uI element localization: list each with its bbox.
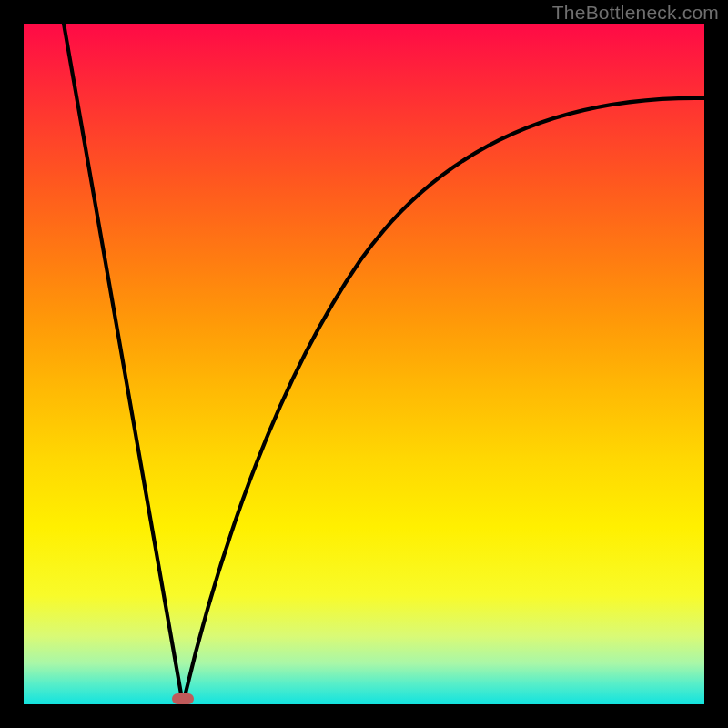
chart-plot-area: [24, 24, 704, 704]
bottleneck-curve: [24, 24, 704, 704]
minimum-marker: [172, 693, 194, 704]
curve-right-branch: [183, 98, 704, 704]
watermark-text: TheBottleneck.com: [552, 2, 719, 24]
curve-left-branch: [64, 24, 183, 704]
